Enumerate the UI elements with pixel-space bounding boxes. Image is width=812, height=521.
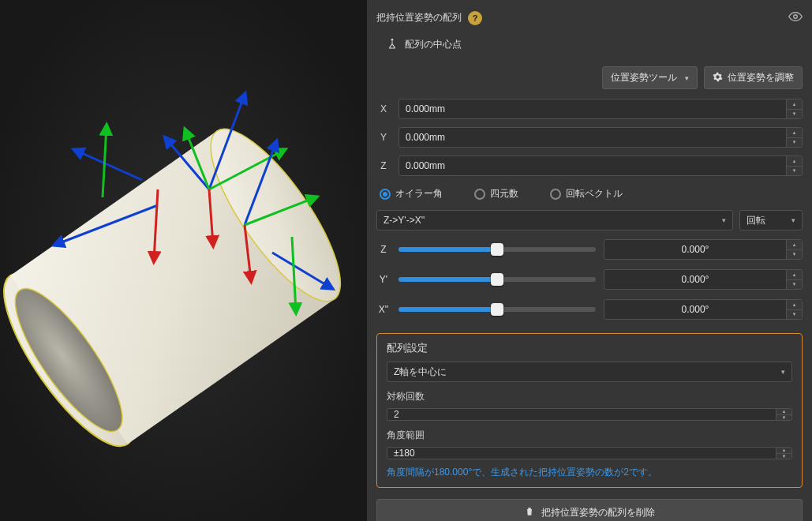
z-field[interactable]: [399, 156, 786, 175]
svg-line-12: [75, 150, 142, 180]
radio-quaternion-label: 四元数: [490, 187, 518, 201]
z-input[interactable]: ▲▼: [399, 156, 803, 176]
delete-array-button[interactable]: 把持位置姿勢の配列を削除: [376, 499, 803, 521]
slider-xpp-label: X'': [376, 304, 391, 315]
svg-point-18: [794, 15, 798, 19]
slider-thumb[interactable]: [491, 303, 503, 316]
svg-point-19: [391, 39, 394, 41]
subhead-row: 配列の中心点: [376, 34, 803, 58]
panel-header: 把持位置姿勢の配列 ?: [376, 6, 803, 29]
gear-icon: [713, 72, 723, 84]
x-field[interactable]: [399, 99, 786, 118]
rotation-action-select[interactable]: 回転: [739, 210, 803, 231]
trash-icon: [524, 506, 535, 519]
radio-euler[interactable]: オイラー角: [380, 187, 443, 201]
radio-rvec-label: 回転ベクトル: [566, 187, 623, 201]
rotation-order-label: Z->Y'->X'': [384, 215, 425, 226]
help-icon[interactable]: ?: [468, 11, 482, 25]
rotation-order-select[interactable]: Z->Y'->X'': [376, 210, 733, 231]
radio-icon: [550, 189, 561, 200]
array-info: 角度間隔が180.000°で、生成された把持位置姿勢の数が2です。: [387, 466, 792, 479]
x-spinner[interactable]: ▲▼: [786, 99, 802, 118]
range-field[interactable]: [387, 448, 776, 459]
slider-z-value[interactable]: ▲▼: [604, 239, 803, 260]
y-spinner[interactable]: ▲▼: [786, 128, 802, 147]
threed-viewport[interactable]: [0, 0, 367, 521]
array-settings: 配列設定 Z軸を中心に 対称回数 ▲▼ 角度範囲 ▲▼ 角度間隔が180.000…: [376, 333, 803, 488]
count-label: 対称回数: [387, 390, 792, 403]
radio-quaternion[interactable]: 四元数: [474, 187, 518, 201]
slider-z[interactable]: [399, 247, 596, 252]
pose-tool-button[interactable]: 位置姿勢ツール: [602, 66, 698, 89]
radio-icon: [474, 189, 485, 200]
slider-xpp-value[interactable]: ▲▼: [604, 299, 803, 320]
count-field[interactable]: [387, 409, 776, 420]
x-label: X: [376, 103, 391, 114]
radio-icon: [380, 189, 391, 200]
toolbar: 位置姿勢ツール 位置姿勢を調整: [376, 63, 803, 92]
slider-yp-value[interactable]: ▲▼: [604, 269, 803, 290]
slider-thumb[interactable]: [491, 273, 503, 286]
slider-yp-label: Y': [376, 274, 391, 285]
subhead-label: 配列の中心点: [405, 38, 462, 51]
range-label: 角度範囲: [387, 429, 792, 442]
y-label: Y: [376, 132, 391, 143]
radio-rvec[interactable]: 回転ベクトル: [550, 187, 623, 201]
radio-euler-label: オイラー角: [395, 187, 443, 201]
z-label: Z: [376, 160, 391, 171]
slider-xpp[interactable]: [399, 307, 596, 312]
slider-z-label: Z: [376, 244, 391, 255]
side-panel: 把持位置姿勢の配列 ? 配列の中心点 位置姿勢ツール 位置姿勢を調整 X: [367, 0, 812, 521]
slider-thumb[interactable]: [491, 243, 503, 256]
count-input[interactable]: ▲▼: [387, 408, 792, 421]
y-input[interactable]: ▲▼: [399, 127, 803, 148]
array-title: 配列設定: [387, 342, 792, 355]
visibility-icon[interactable]: [788, 9, 803, 26]
center-point-icon: [386, 37, 399, 52]
adjust-pose-label: 位置姿勢を調整: [728, 71, 794, 84]
rotation-action-label: 回転: [747, 214, 765, 227]
array-axis-select[interactable]: Z軸を中心に: [387, 362, 792, 382]
slider-yp[interactable]: [399, 277, 596, 282]
y-field[interactable]: [399, 128, 786, 147]
x-input[interactable]: ▲▼: [399, 99, 803, 119]
delete-array-label: 把持位置姿勢の配列を削除: [541, 506, 655, 519]
viewport-scene: [0, 0, 367, 521]
panel-title: 把持位置姿勢の配列: [376, 11, 462, 24]
rotation-mode-row: オイラー角 四元数 回転ベクトル: [376, 182, 803, 204]
array-axis-label: Z軸を中心に: [394, 365, 447, 379]
adjust-pose-button[interactable]: 位置姿勢を調整: [704, 66, 803, 89]
range-input[interactable]: ▲▼: [387, 447, 792, 459]
z-spinner[interactable]: ▲▼: [786, 156, 802, 175]
